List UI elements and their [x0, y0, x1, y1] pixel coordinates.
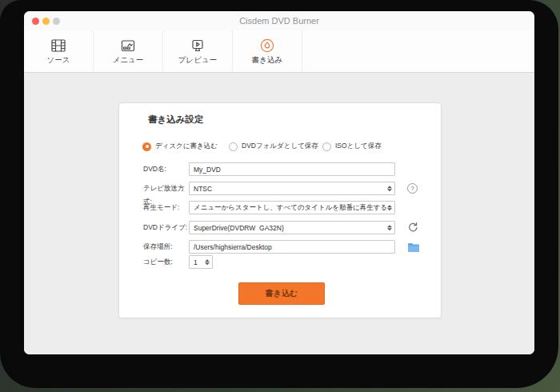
panel-title: 書き込み設定: [148, 114, 204, 126]
radio-unselected-icon[interactable]: [322, 142, 331, 151]
refresh-drives-button[interactable]: [407, 222, 418, 236]
select-stepper-arrows-icon: [387, 225, 392, 231]
play-mode-label: 再生モード:: [143, 201, 188, 214]
radio-save-dvd-folder-label: DVDフォルダとして保存: [242, 142, 318, 151]
play-mode-select[interactable]: メニューからスタートし、すべてのタイトルを順番に再生する: [189, 201, 395, 214]
play-mode-value: メニューからスタートし、すべてのタイトルを順番に再生する: [194, 203, 387, 213]
radio-save-dvd-folder[interactable]: DVDフォルダとして保存: [229, 142, 318, 151]
radio-selected-icon[interactable]: [142, 142, 151, 151]
tv-system-value: NTSC: [194, 185, 212, 193]
zoom-button-disabled: [53, 18, 60, 25]
save-path-value: /Users/highsierra/Desktop: [194, 243, 272, 251]
preview-monitor-icon: [189, 38, 206, 54]
burn-disc-icon: [258, 38, 276, 54]
radio-burn-to-disc-label: ディスクに書き込む: [155, 142, 218, 151]
title-bar[interactable]: Cisdem DVD Burner: [24, 11, 534, 30]
copies-stepper[interactable]: 1: [189, 255, 213, 269]
burn-button[interactable]: 書き込む: [238, 282, 325, 305]
stepper-arrows-icon: [205, 259, 210, 266]
window-title: Cisdem DVD Burner: [24, 11, 534, 31]
app-window: Cisdem DVD Burner ソース メニュー: [24, 11, 534, 354]
tab-preview-label: プレビュー: [178, 55, 217, 66]
copies-label: コピー数:: [143, 255, 188, 269]
dvd-name-input[interactable]: My_DVD: [189, 162, 395, 176]
tv-system-select[interactable]: NTSC: [189, 182, 395, 195]
burn-button-label: 書き込む: [266, 288, 298, 299]
minimize-button[interactable]: [42, 18, 50, 25]
dvd-drive-value: SuperDrive(DVDRW GA32N): [194, 224, 284, 232]
select-stepper-arrows-icon: [387, 205, 392, 211]
tab-source-label: ソース: [47, 55, 70, 66]
radio-burn-to-disc[interactable]: ディスクに書き込む: [142, 142, 218, 151]
browse-folder-button[interactable]: [407, 242, 420, 256]
refresh-icon: [407, 222, 418, 233]
dvd-drive-label: DVDドライブ:: [143, 221, 188, 234]
save-path-label: 保存場所:: [143, 240, 188, 254]
tab-menu[interactable]: メニュー: [94, 30, 163, 72]
tab-preview[interactable]: プレビュー: [163, 30, 233, 72]
dvd-name-label: DVD名:: [143, 162, 188, 176]
tab-burn-label: 書き込み: [252, 55, 282, 66]
select-stepper-arrows-icon: [387, 186, 392, 192]
close-button[interactable]: [32, 18, 39, 25]
save-path-input[interactable]: /Users/highsierra/Desktop: [189, 240, 395, 254]
burn-settings-panel: 書き込み設定 ディスクに書き込む DVDフォルダとして保存 ISOとして保存 D…: [118, 102, 442, 318]
tab-source[interactable]: ソース: [24, 30, 94, 72]
tab-menu-label: メニュー: [113, 55, 144, 66]
toolbar: ソース メニュー プレビュー 書き込み: [24, 30, 534, 73]
traffic-lights: [32, 18, 60, 25]
film-icon: [50, 38, 67, 54]
dvd-drive-select[interactable]: SuperDrive(DVDRW GA32N): [189, 221, 395, 234]
help-icon[interactable]: ?: [407, 183, 418, 194]
copies-value: 1: [194, 258, 198, 266]
folder-icon: [407, 242, 420, 253]
radio-save-iso-label: ISOとして保存: [335, 142, 382, 151]
radio-save-iso[interactable]: ISOとして保存: [322, 142, 382, 151]
content-area: 書き込み設定 ディスクに書き込む DVDフォルダとして保存 ISOとして保存 D…: [24, 73, 534, 354]
tab-burn[interactable]: 書き込み: [233, 30, 302, 72]
dvd-name-value: My_DVD: [194, 166, 221, 174]
menu-template-icon: [119, 38, 137, 54]
radio-unselected-icon[interactable]: [229, 142, 238, 151]
